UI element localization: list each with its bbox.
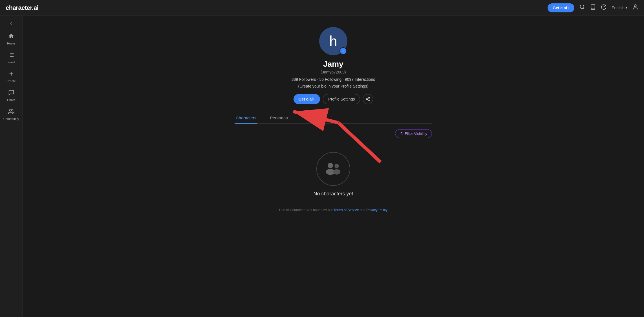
sidebar-item-chats[interactable]: Chats [1, 87, 21, 104]
topnav-right: Get c.ai+ English ▾ [548, 3, 638, 12]
sidebar-feed-label: Feed [8, 61, 15, 64]
get-plus-button[interactable]: Get c.ai+ [548, 3, 574, 12]
language-label: English [612, 6, 625, 10]
svg-point-19 [328, 163, 333, 168]
filter-row: ⚗ Filter Visibility [235, 129, 432, 138]
topnav: character.ai Get c.ai+ English ▾ [0, 0, 644, 16]
svg-point-0 [580, 5, 584, 9]
svg-point-13 [9, 109, 11, 111]
svg-line-17 [367, 99, 369, 100]
avatar-wrapper: h + [319, 27, 347, 55]
tab-characters[interactable]: Characters [235, 113, 257, 124]
main-content: h + Jamy (Jamy672009) 389 Followers · 56… [23, 16, 644, 317]
sidebar-community-label: Community [3, 117, 19, 120]
share-button[interactable] [363, 94, 373, 104]
profile-settings-button[interactable]: Profile Settings [323, 94, 360, 104]
svg-point-21 [334, 164, 339, 168]
sidebar-item-home[interactable]: Home [1, 30, 21, 48]
profile-stats: 389 Followers · 56 Following · 9097 Inte… [292, 77, 375, 82]
profile-section: h + Jamy (Jamy672009) 389 Followers · 56… [235, 27, 432, 212]
sidebar-chats-label: Chats [7, 98, 15, 102]
filter-icon: ⚗ [400, 131, 403, 136]
empty-icon-circle [316, 152, 350, 186]
profile-bio-cta: (Create your bio in your Profile Setting… [298, 84, 369, 88]
layout: ‹ Home Feed Create Chats [0, 16, 644, 317]
avatar-add-button[interactable]: + [339, 47, 347, 55]
empty-characters-icon [323, 159, 343, 179]
tos-link[interactable]: Terms of Service [334, 208, 359, 212]
filter-visibility-button[interactable]: ⚗ Filter Visibility [395, 129, 432, 138]
create-icon [8, 71, 14, 78]
svg-line-18 [367, 98, 369, 99]
search-icon[interactable] [579, 4, 585, 11]
tab-personas[interactable]: Personas [269, 113, 289, 124]
book-icon[interactable] [590, 4, 596, 11]
filter-label: Filter Visibility [405, 131, 427, 136]
svg-point-4 [634, 5, 636, 6]
logo: character.ai [6, 4, 548, 12]
community-icon [8, 108, 14, 116]
empty-state: No characters yet [313, 152, 353, 205]
sidebar-item-create[interactable]: Create [1, 68, 21, 86]
action-buttons: Get c.ai+ Profile Settings [294, 94, 373, 104]
chevron-down-icon: ▾ [626, 6, 627, 9]
sidebar: ‹ Home Feed Create Chats [0, 16, 23, 317]
sidebar-item-feed[interactable]: Feed [1, 49, 21, 67]
svg-point-14 [369, 97, 370, 98]
privacy-link[interactable]: Privacy Policy [366, 208, 387, 212]
sidebar-home-label: Home [7, 42, 15, 45]
avatar-letter: h [329, 33, 338, 50]
chats-icon [8, 90, 14, 97]
sidebar-create-label: Create [6, 79, 16, 83]
sidebar-item-community[interactable]: Community [1, 106, 21, 123]
svg-line-1 [583, 8, 585, 9]
home-icon [8, 33, 14, 41]
svg-point-22 [333, 169, 340, 175]
profile-username: (Jamy672009) [321, 70, 346, 74]
footer-and: and [360, 208, 366, 212]
get-plus-profile-button[interactable]: Get c.ai+ [294, 94, 320, 104]
profile-name: Jamy [323, 60, 343, 69]
footer-prefix: Use of Character.AI is bound by our [279, 208, 334, 212]
help-icon[interactable] [601, 4, 606, 11]
user-icon[interactable] [632, 4, 638, 12]
footer: Use of Character.AI is bound by our Term… [279, 208, 387, 212]
svg-point-16 [369, 100, 370, 101]
feed-icon [8, 52, 14, 59]
empty-state-text: No characters yet [313, 191, 353, 197]
svg-point-15 [366, 99, 367, 100]
tabs: Characters Personas Posts [235, 113, 432, 124]
back-button[interactable]: ‹ [10, 20, 12, 26]
language-selector[interactable]: English ▾ [612, 6, 627, 10]
tab-posts[interactable]: Posts [300, 113, 313, 124]
